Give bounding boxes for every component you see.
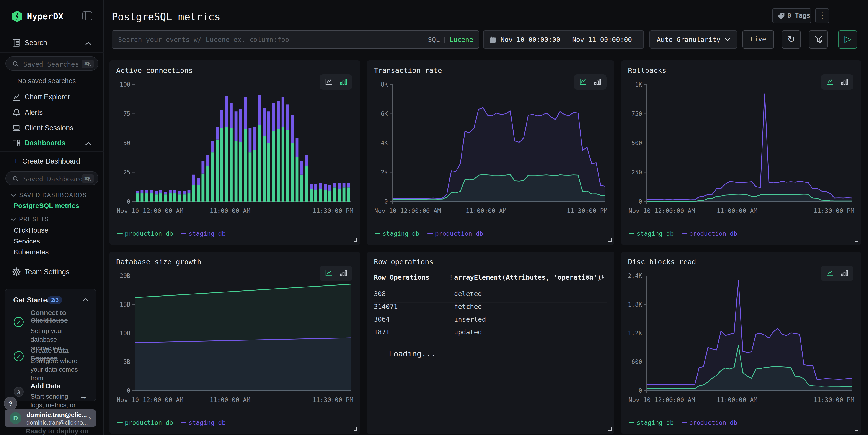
legend-dash-icon [682,233,687,234]
resize-handle-icon[interactable] [855,238,859,242]
chart-database-size-growth[interactable]: 05B10B15B20BNov 10 12:00:00 AM11:00:00 A… [115,273,354,407]
user-menu[interactable]: D dominic.tran@clic... dominic.tran@clic… [5,409,96,427]
svg-text:Nov 10 12:00:00 AM: Nov 10 12:00:00 AM [628,396,695,403]
saved-dashboards-header[interactable]: SAVED DASHBOARDS [10,192,87,198]
legend-dash-icon [117,233,123,234]
legend-item[interactable]: production_db [682,230,737,237]
brand-name: HyperDX [27,11,63,22]
legend-item[interactable]: production_db [682,419,737,426]
chart-legend: staging_dbproduction_db [629,419,737,426]
sidebar-item-team-settings[interactable]: Team Settings [0,265,104,279]
chart-rollbacks[interactable]: 02505007501KNov 10 12:00:00 AM11:00:00 A… [627,81,855,218]
chart-legend: staging_dbproduction_db [629,230,737,237]
drag-dots-icon[interactable]: ⋮ [448,273,454,280]
get-started-step-1[interactable]: ✓ Connect to ClickHouse Set up your data… [5,309,96,343]
svg-text:10B: 10B [120,330,130,337]
svg-text:11:00:00 AM: 11:00:00 AM [210,207,250,214]
table-row[interactable]: 1871updated [374,328,608,341]
panel-disc-blocks-read: Disc blocks read 06001.2K1.8K2.4KNov 10 … [621,252,861,434]
get-started-step-2[interactable]: ✓ Create Data Sources Configure where yo… [5,347,96,376]
sidebar-item-chart-explorer[interactable]: Chart Explorer [0,90,104,104]
resize-handle-icon[interactable] [354,238,358,242]
download-icon[interactable] [599,274,607,281]
refresh-button[interactable]: ↻ [782,30,801,48]
legend-dash-icon [629,422,634,423]
tags-label: 0 Tags [787,12,810,19]
sidebar-item-label: Team Settings [25,268,69,276]
svg-text:Nov 10 12:00:00 AM: Nov 10 12:00:00 AM [628,207,695,214]
resize-handle-icon[interactable] [608,428,612,431]
live-button[interactable]: Live [742,30,774,48]
table-row[interactable]: 3064inserted [374,315,608,328]
column-header[interactable]: Row Operations [374,273,429,281]
date-range-value: Nov 10 00:00:00 - Nov 11 00:00:00 [501,36,632,43]
chart-transaction-rate[interactable]: 02K4K6K8KNov 10 12:00:00 AM11:00:00 AM11… [373,81,609,218]
legend-item[interactable]: staging_db [375,230,420,237]
panel-database-size-growth: Database size growth 05B10B15B20BNov 10 … [110,252,360,434]
tag-icon [778,12,785,20]
svg-text:600: 600 [631,359,642,365]
sidebar-collapse-icon[interactable] [82,11,92,21]
svg-text:Nov 10 12:00:00 AM: Nov 10 12:00:00 AM [117,396,184,403]
arrow-right-icon: → [79,391,88,401]
granularity-select[interactable]: Auto Granularity [649,30,737,48]
date-range-picker[interactable]: Nov 10 00:00:00 - Nov 11 00:00:00 [483,30,644,48]
chart-disc-blocks-read[interactable]: 06001.2K1.8K2.4KNov 10 12:00:00 AM11:00:… [627,273,855,407]
resize-handle-icon[interactable] [354,428,358,431]
chevron-up-icon[interactable] [82,298,89,302]
legend-item[interactable]: production_db [117,419,173,426]
legend-dash-icon [117,422,123,423]
run-query-button[interactable]: ▷ [838,30,857,48]
saved-searches-placeholder: Saved Searches [23,60,79,68]
column-header[interactable]: arrayElement(Attributes, 'operation') [454,273,601,281]
granularity-value: Auto Granularity [657,36,720,43]
check-circle-icon: ✓ [14,351,24,361]
sidebar-item-client-sessions[interactable]: Client Sessions [0,121,104,135]
legend-dash-icon [427,233,433,234]
kebab-menu-button[interactable]: ⋮ [815,8,829,23]
legend-item[interactable]: staging_db [629,419,674,426]
divider [0,151,104,152]
sidebar-preset-kubernetes[interactable]: Kubernetes [14,248,49,256]
legend-item[interactable]: production_db [427,230,483,237]
sidebar-item-search[interactable]: Search [0,36,104,50]
svg-text:1K: 1K [635,81,642,88]
legend-item[interactable]: staging_db [181,230,226,237]
event-search-input[interactable]: Search your events w/ Lucene ex. column:… [112,30,479,48]
sidebar-item-alerts[interactable]: Alerts [0,105,104,120]
search-placeholder: Search your events w/ Lucene ex. column:… [118,36,289,43]
saved-searches-input[interactable]: Saved Searches ⌘K [5,57,98,71]
step-title: Connect to ClickHouse [31,309,85,324]
sidebar-preset-services[interactable]: Services [14,237,40,245]
filter-button[interactable] [809,30,828,48]
legend-item[interactable]: staging_db [181,419,226,426]
table-row[interactable]: 308deleted [374,290,608,303]
panel-title: Active connections [116,66,193,74]
chart-legend: production_dbstaging_db [117,419,226,426]
step-desc: Configure where your data comes from [31,357,81,382]
svg-text:11:30:00 PM: 11:30:00 PM [567,207,608,214]
bell-icon [12,108,21,117]
get-started-step-3[interactable]: 3 Add Data Start sending logs, metrics, … [5,382,96,409]
get-started-title: Get Started [13,296,51,304]
create-dashboard-button[interactable]: + Create Dashboard [0,154,104,169]
table-row[interactable]: 314071fetched [374,303,608,315]
resize-handle-icon[interactable] [855,428,859,431]
sidebar-dashboard-link-postgresql[interactable]: PostgreSQL metrics [14,202,79,209]
sidebar-item-label: Client Sessions [25,124,73,132]
main-content: PostgreSQL metrics 0 Tags ⋮ Search your … [104,0,868,435]
sidebar-item-dashboards[interactable]: Dashboards [0,136,104,150]
resize-handle-icon[interactable] [608,238,612,242]
panel-active-connections: Active connections 0255075100Nov 10 12:0… [110,60,360,245]
tags-button[interactable]: 0 Tags [772,8,811,23]
legend-item[interactable]: staging_db [629,230,674,237]
query-language-toggle[interactable]: SQL|Lucene [428,36,473,43]
filter-edit-icon [814,34,823,43]
legend-item[interactable]: production_db [117,230,173,237]
sidebar-preset-clickhouse[interactable]: ClickHouse [14,226,48,234]
saved-dashboards-input[interactable]: Saved Dashboards ⌘K [5,171,98,186]
presets-header[interactable]: PRESETS [10,216,49,223]
sort-list-icon[interactable] [585,274,593,281]
chart-active-connections[interactable]: 0255075100Nov 10 12:00:00 AM11:00:00 AM1… [115,81,354,218]
help-button[interactable]: ? [4,397,17,410]
